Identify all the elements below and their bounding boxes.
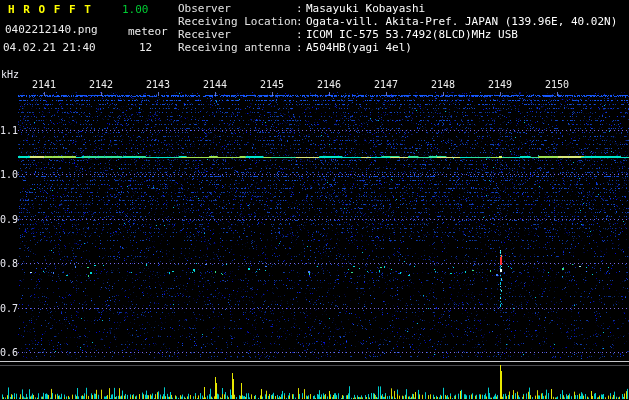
info-value: Masayuki Kobayashi — [306, 2, 425, 15]
info-separator: : — [296, 2, 306, 15]
info-value: A504HB(yagi 4el) — [306, 41, 412, 54]
time-tick: 2148 — [428, 79, 458, 90]
freq-tick: 0.8 — [0, 258, 15, 269]
info-row-location: Receiving Location : Ogata-vill. Akita-P… — [178, 15, 617, 28]
time-tick: 2145 — [257, 79, 287, 90]
app-version: 1.00 — [122, 3, 149, 16]
time-tick: 2150 — [542, 79, 572, 90]
mode-label: meteor — [128, 25, 168, 38]
datetime-label: 04.02.21 21:40 — [3, 41, 96, 54]
freq-tick: 0.9 — [0, 214, 15, 225]
time-tick: 2141 — [29, 79, 59, 90]
info-separator: : — [296, 41, 306, 54]
info-separator: : — [296, 28, 306, 41]
info-row-receiver: Receiver : ICOM IC-575 53.7492(8LCD)MHz … — [178, 28, 617, 41]
time-tick: 2147 — [371, 79, 401, 90]
freq-tick: 1.1 — [0, 125, 15, 136]
time-tick: 2143 — [143, 79, 173, 90]
freq-tick: 0.7 — [0, 303, 15, 314]
freq-tick: 1.0 — [0, 169, 15, 180]
time-tick: 2144 — [200, 79, 230, 90]
info-separator: : — [296, 15, 306, 28]
app-title: H R O F F T — [8, 3, 92, 16]
time-tick: 2149 — [485, 79, 515, 90]
info-row-observer: Observer : Masayuki Kobayashi — [178, 2, 617, 15]
spectrogram-canvas — [0, 0, 629, 400]
meteor-count: 12 — [139, 41, 152, 54]
info-row-antenna: Receiving antenna : A504HB(yagi 4el) — [178, 41, 617, 54]
info-label: Receiver — [178, 28, 296, 41]
freq-tick: 0.6 — [0, 347, 15, 358]
freq-axis-unit: kHz — [1, 69, 19, 80]
station-info: Observer : Masayuki Kobayashi Receiving … — [178, 2, 617, 54]
info-value: Ogata-vill. Akita-Pref. JAPAN (139.96E, … — [306, 15, 617, 28]
info-value: ICOM IC-575 53.7492(8LCD)MHz USB — [306, 28, 518, 41]
info-label: Receiving antenna — [178, 41, 296, 54]
time-tick: 2142 — [86, 79, 116, 90]
output-filename: 0402212140.png — [5, 23, 98, 36]
info-label: Receiving Location — [178, 15, 296, 28]
time-tick: 2146 — [314, 79, 344, 90]
info-label: Observer — [178, 2, 296, 15]
hrofft-screen: H R O F F T 1.00 0402212140.png meteor 0… — [0, 0, 629, 400]
